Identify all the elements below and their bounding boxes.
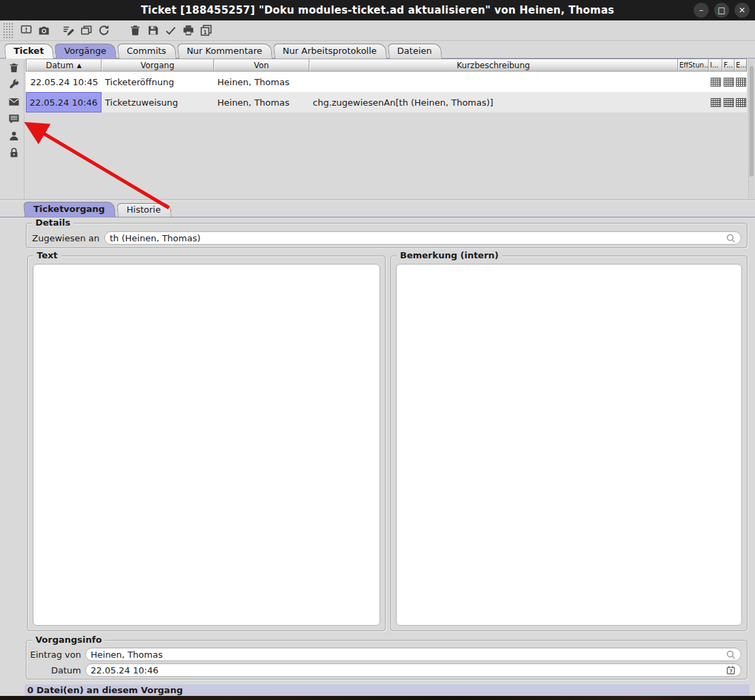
printer-icon: [182, 24, 195, 37]
text-editor[interactable]: [33, 264, 380, 626]
tab-nur-kommentare[interactable]: Nur Kommentare: [179, 44, 273, 59]
vorgangsinfo-group-title: Vorgangsinfo: [32, 635, 105, 645]
cell-interne-tabelle[interactable]: [709, 72, 722, 92]
table-row[interactable]: 22.05.24 10:45 Ticketeröffnung Heinen, T…: [26, 72, 747, 92]
person-icon: [8, 130, 20, 142]
eintrag-von-field[interactable]: Heinen, Thomas: [85, 648, 741, 661]
details-group-title: Details: [32, 217, 74, 228]
grid-icon: [724, 98, 734, 107]
tab-historie[interactable]: Historie: [118, 203, 172, 217]
check-icon: [164, 24, 177, 37]
comment-alert-icon: [20, 24, 33, 37]
save-button[interactable]: [144, 22, 161, 40]
remark-editor[interactable]: [396, 264, 742, 626]
cell-effstunden[interactable]: [678, 92, 709, 112]
maximize-button[interactable]: □: [714, 3, 729, 18]
tab-commits[interactable]: Commits: [119, 44, 176, 59]
zugewiesen-an-value: th (Heinen, Thomas): [110, 233, 722, 243]
cell-effstunden[interactable]: [678, 72, 709, 92]
mail-button[interactable]: [7, 95, 20, 108]
eintrag-von-value: Heinen, Thomas: [91, 650, 722, 660]
lock-icon: [8, 147, 20, 159]
cell-vorgang[interactable]: Ticketzuweisung: [102, 92, 214, 112]
title-bar[interactable]: Ticket [188455257] "Doku modules-ticket.…: [0, 0, 755, 20]
tab-nur-arbeitsprotokolle[interactable]: Nur Arbeitsprotokolle: [275, 44, 387, 59]
main-tab-bar: Ticket Vorgänge Commits Nur Kommentare N…: [0, 41, 755, 59]
status-text: 0 Datei(en) an diesem Vorgang: [27, 685, 183, 695]
column-header-f[interactable]: F...: [722, 59, 735, 72]
trash-icon: [8, 62, 20, 74]
table-row-selected[interactable]: 22.05.24 10:46 Ticketzuweisung Heinen, T…: [26, 92, 747, 112]
refresh-button[interactable]: [95, 22, 112, 40]
delete-button[interactable]: [126, 22, 144, 40]
grid-icon: [724, 78, 734, 87]
tab-dateien[interactable]: Dateien: [389, 44, 442, 59]
cell-vorgang[interactable]: Ticketeröffnung: [102, 72, 214, 92]
lock-button[interactable]: [7, 147, 20, 159]
delete-entry-button[interactable]: [7, 61, 20, 74]
close-button[interactable]: ✕: [735, 3, 750, 18]
search-icon[interactable]: [726, 650, 736, 660]
window-controls: – □ ✕: [694, 3, 750, 18]
cell-interne-tabelle[interactable]: [709, 92, 722, 112]
cell-f-tabelle[interactable]: [722, 72, 735, 92]
save-icon: [147, 24, 159, 37]
table-header: Datum ▲ Vorgang Von Kurzbeschreibung Eff…: [26, 59, 747, 72]
datum-field[interactable]: 22.05.24 10:46 7: [85, 663, 741, 677]
confirm-button[interactable]: [161, 22, 179, 40]
datum-label: Datum: [29, 665, 81, 675]
tab-ticketvorgang[interactable]: Ticketvorgang: [25, 202, 116, 217]
tab-ticket[interactable]: Ticket: [5, 44, 54, 59]
zugewiesen-an-field[interactable]: th (Heinen, Thomas): [104, 231, 741, 245]
cell-von[interactable]: Heinen, Thomas: [214, 72, 309, 92]
window-one-button[interactable]: 1: [197, 22, 215, 40]
column-header-von[interactable]: Von: [214, 59, 309, 72]
window-title: Ticket [188455257] "Doku modules-ticket.…: [141, 4, 615, 16]
grid-icon: [736, 78, 746, 87]
cell-f-tabelle[interactable]: [722, 92, 735, 112]
print-button[interactable]: [179, 22, 197, 40]
vorgangsinfo-group: Vorgangsinfo Eintrag von Heinen, Thomas …: [26, 640, 748, 680]
calendar-icon[interactable]: 7: [726, 665, 736, 675]
minimize-button[interactable]: –: [694, 3, 709, 18]
column-header-vorgang[interactable]: Vorgang: [102, 59, 214, 72]
tab-vorgaenge[interactable]: Vorgänge: [56, 44, 117, 59]
comment-alert-button[interactable]: [17, 22, 35, 40]
grid-icon: [736, 98, 746, 107]
column-header-effstunden[interactable]: EffStun...: [678, 59, 709, 72]
table-scrollbar[interactable]: [748, 59, 754, 198]
cell-kurzbeschreibung[interactable]: [309, 72, 678, 92]
left-toolbar: [5, 61, 22, 159]
cell-datum-selected[interactable]: 22.05.24 10:46: [26, 92, 102, 112]
column-header-datum[interactable]: Datum ▲: [26, 59, 102, 72]
remark-group: Bemerkung (intern): [390, 256, 748, 631]
cell-datum[interactable]: 22.05.24 10:45: [26, 72, 102, 92]
edit-button[interactable]: [59, 22, 77, 40]
column-header-kurzbeschreibung[interactable]: Kurzbeschreibung: [309, 59, 678, 72]
camera-button[interactable]: [35, 22, 52, 40]
left-toolbar-separator: [24, 60, 25, 199]
cell-von[interactable]: Heinen, Thomas: [214, 92, 309, 112]
column-header-e[interactable]: E...: [735, 59, 747, 72]
detail-tab-divider: [0, 217, 755, 217]
grid-icon: [711, 78, 721, 87]
tools-button[interactable]: [7, 78, 20, 91]
datum-value: 22.05.24 10:46: [91, 665, 722, 675]
scrollbar-thumb[interactable]: [750, 66, 754, 177]
person-button[interactable]: [7, 130, 20, 142]
cell-e-tabelle[interactable]: [735, 92, 747, 112]
mail-icon: [8, 96, 20, 108]
toolbar-grip-handle[interactable]: [3, 22, 13, 38]
cell-kurzbeschreibung[interactable]: chg.zugewiesenAn[th (Heinen, Thomas)]: [309, 92, 678, 112]
desktop-edge: [0, 696, 755, 700]
text-group: Text: [27, 256, 386, 631]
camera-icon: [37, 24, 50, 37]
cell-e-tabelle[interactable]: [735, 72, 747, 92]
search-icon[interactable]: [726, 233, 736, 243]
trash-icon: [129, 24, 142, 37]
grid-icon: [711, 98, 721, 107]
comment-button[interactable]: [7, 112, 20, 125]
copy-button[interactable]: [77, 22, 95, 40]
column-header-i[interactable]: I...: [709, 59, 722, 72]
text-group-title: Text: [33, 250, 61, 260]
